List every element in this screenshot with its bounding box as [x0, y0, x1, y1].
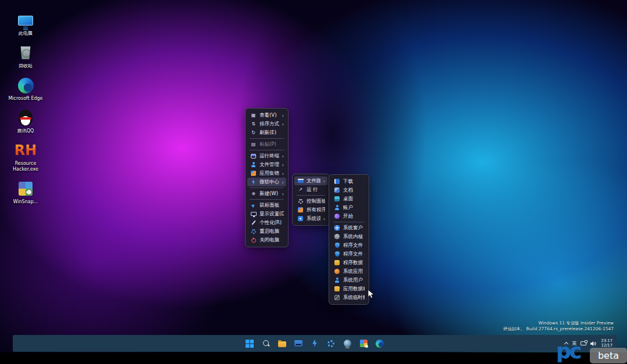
internet-app-button[interactable]: [342, 338, 352, 349]
chevron-right-icon: ›: [323, 216, 325, 222]
submenu-item-system-apps[interactable]: 系统应用: [331, 267, 367, 276]
gallery-app-button[interactable]: [358, 338, 369, 349]
edge-icon: [17, 77, 34, 94]
gallery-icon: [360, 340, 367, 347]
beta-badge: beta: [590, 348, 627, 363]
chevron-right-icon: ›: [282, 179, 284, 185]
submenu-item-control-panel[interactable]: 控制面板: [294, 197, 327, 206]
desktop-icon-column: 此电脑 回收站 Microsoft Edge 腾讯QQ RH Resource …: [8, 12, 43, 205]
desktop-icon-winsnap[interactable]: WinSnap...: [8, 180, 43, 205]
shield-icon: [334, 243, 340, 248]
menu-separator: [333, 222, 365, 222]
menu-separator: [297, 195, 325, 196]
menu-item-sort-by[interactable]: ⇅ 排序方式(O) ›: [247, 120, 286, 128]
desktop-icon-edge[interactable]: Microsoft Edge: [8, 77, 43, 102]
menu-item-new[interactable]: ⊕ 新建(W) ›: [247, 189, 286, 198]
submenu-item-file-paths[interactable]: 文件路径 ›: [294, 176, 327, 185]
menu-item-display-settings[interactable]: 显示设置(D): [247, 210, 286, 218]
kernel-icon: [334, 234, 340, 239]
menu-item-file-manager[interactable]: 文件管理 ›: [247, 160, 286, 169]
chevron-right-icon: ›: [323, 178, 325, 184]
desktop-icon-qq[interactable]: 腾讯QQ: [8, 109, 43, 134]
desktop-icon-this-pc[interactable]: 此电脑: [8, 12, 43, 37]
menu-item-paste[interactable]: ▤ 粘贴(P): [247, 140, 286, 149]
submenu-file-paths: 下载 文档 桌面 账户 开始 系统窗户 系统内核 程序文件: [329, 174, 369, 305]
menu-separator: [250, 150, 284, 150]
search-icon: [263, 340, 269, 347]
microsoft-center-button[interactable]: [309, 338, 320, 349]
desktop-icon-label: 此电脑: [19, 31, 33, 37]
lightning-icon: [312, 340, 318, 348]
data-box-icon: [334, 286, 340, 291]
chevron-right-icon: ›: [282, 113, 284, 118]
power-icon: [250, 238, 257, 243]
settings-app-button[interactable]: [326, 338, 336, 349]
pcbeta-logo: pc beta: [556, 340, 627, 364]
desktop-icon-recycle-bin[interactable]: 回收站: [8, 44, 43, 69]
submenu-item-desktop[interactable]: 桌面: [331, 194, 367, 203]
shield-icon: [334, 251, 340, 257]
restart-gear-icon: [250, 229, 257, 234]
menu-item-refresh[interactable]: ↻ 刷新(E): [247, 128, 286, 137]
chevron-right-icon: ›: [282, 153, 284, 159]
gear-icon: [297, 199, 304, 204]
submenu-item-all-programs[interactable]: 所有程序: [294, 206, 327, 214]
windows-logo-icon: [246, 340, 254, 348]
submenu-item-appdata-programs[interactable]: 应用数据程序: [331, 284, 367, 293]
desktop-icon-label: 回收站: [19, 63, 33, 69]
taskbar-center-icons: [244, 338, 385, 349]
account-person-icon: [334, 205, 340, 210]
menu-item-view[interactable]: ▦ 查看(V) ›: [247, 111, 286, 120]
gear-flower-icon: [327, 340, 334, 347]
winsnap-icon: [17, 180, 34, 197]
submenu-item-program-files-x86[interactable]: 程序文件 x86: [331, 250, 367, 258]
submenu-item-system-kernel[interactable]: 系统内核: [331, 232, 367, 241]
folder-icon: [278, 341, 286, 347]
menu-item-restart[interactable]: 重启电脑: [247, 227, 286, 236]
app-box-icon: [250, 171, 257, 176]
submenu-item-system-temp[interactable]: 系统临时数据: [331, 293, 367, 302]
edge-browser-button[interactable]: [374, 338, 385, 349]
menu-item-app-collection[interactable]: 应用集锦 ›: [247, 169, 286, 178]
search-button[interactable]: [261, 338, 271, 349]
submenu-item-downloads[interactable]: 下载: [331, 177, 367, 186]
submenu-item-account[interactable]: 账户: [331, 203, 367, 212]
desktop-icon-label: WinSnap...: [13, 199, 38, 205]
submenu-item-system-windows[interactable]: 系统窗户: [331, 224, 367, 232]
sort-icon: ⇅: [250, 121, 257, 127]
submenu-item-system-settings[interactable]: 系统设置 ›: [294, 214, 327, 223]
start-button[interactable]: [244, 338, 255, 349]
chevron-right-icon: ›: [282, 191, 284, 197]
menu-item-mouse-panel[interactable]: 鼠标面板: [247, 201, 286, 210]
watermark-line2: 评估副本。 Build 27764.rs_prerelease.241206-1…: [503, 326, 614, 332]
lightning-icon: [250, 179, 257, 185]
mail-icon: [294, 340, 302, 347]
chevron-right-icon: ›: [282, 171, 284, 176]
desktop-icon-resource-hacker[interactable]: RH Resource Hacker.exe: [8, 142, 43, 172]
menu-item-microsoft-center[interactable]: 微软中心 ›: [247, 178, 286, 186]
mouse-pointer-icon: [250, 204, 257, 207]
submenu-item-documents[interactable]: 文档: [331, 186, 367, 194]
submenu-item-run[interactable]: ↗ 运 行: [294, 185, 327, 194]
grid-icon: ▦: [250, 113, 257, 118]
temp-data-icon: [334, 295, 340, 300]
chevron-right-icon: ›: [282, 121, 284, 127]
file-explorer-button[interactable]: [277, 338, 287, 349]
mouse-cursor: [367, 289, 375, 299]
monitor-icon: [250, 212, 257, 216]
mail-app-button[interactable]: [293, 338, 304, 349]
insider-watermark: Windows 11 专业版 Insider Preview 评估副本。 Bui…: [503, 320, 614, 332]
users-person-icon: [334, 277, 340, 283]
menu-item-shutdown[interactable]: 关闭电脑: [247, 236, 286, 244]
qq-penguin-icon: [17, 109, 34, 127]
submenu-item-program-files[interactable]: 程序文件: [331, 241, 367, 250]
submenu-item-start[interactable]: 开始: [331, 212, 367, 221]
start-circle-icon: [334, 214, 340, 219]
menu-item-personalize[interactable]: 个性化(R): [247, 218, 286, 227]
resource-hacker-icon: RH: [17, 142, 34, 159]
refresh-icon: ↻: [250, 130, 257, 135]
submenu-item-system-users[interactable]: 系统用户: [331, 276, 367, 284]
menu-item-run-terminal[interactable]: 运行终端 ›: [247, 152, 286, 160]
desktop-icon-label: Microsoft Edge: [8, 96, 42, 102]
submenu-item-program-data[interactable]: 程序数据: [331, 258, 367, 267]
